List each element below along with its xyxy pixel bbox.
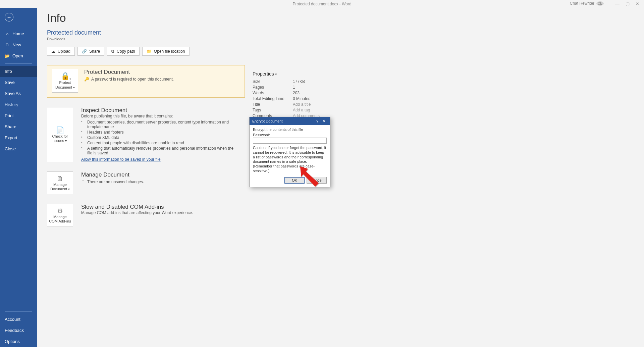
dialog-title: Encrypt Document — [252, 119, 282, 123]
property-key: Words — [253, 91, 293, 95]
list-item: Headers and footers — [81, 130, 235, 135]
property-row: TitleAdd a title — [253, 102, 353, 107]
dialog-close-icon[interactable]: ✕ — [320, 119, 327, 123]
property-row: Pages1 — [253, 85, 353, 90]
nav-save-label: Save — [5, 80, 15, 85]
user-box[interactable]: Chat Rewriter CB — [570, 1, 604, 6]
nav-open-label: Open — [12, 53, 23, 58]
minimize-icon[interactable]: — — [615, 1, 620, 6]
share-button[interactable]: 🔗Share — [77, 47, 104, 56]
inspect-list: Document properties, document server pro… — [81, 120, 235, 155]
list-item: A setting that automatically removes pro… — [81, 146, 235, 155]
nav-close[interactable]: Close — [0, 143, 37, 154]
doc-icon: 🗋 — [81, 180, 85, 184]
dialog-help-icon[interactable]: ? — [314, 119, 320, 123]
inspect-title: Inspect Document — [81, 107, 235, 114]
check-issues-button[interactable]: 📄 Check for Issues — [47, 107, 73, 162]
protect-btn-label: Protect Document — [54, 81, 76, 89]
property-value[interactable]: Add a title — [293, 102, 311, 107]
property-key: Size — [253, 79, 293, 84]
property-row: Words203 — [253, 91, 353, 95]
nav-close-label: Close — [5, 146, 16, 151]
nav-save[interactable]: Save — [0, 77, 37, 88]
folder-icon: 📁 — [147, 49, 152, 54]
cancel-button[interactable]: Cancel — [307, 177, 327, 184]
encrypt-document-dialog: Encrypt Document ? ✕ Encrypt the content… — [249, 117, 330, 187]
protect-document-button[interactable]: 🔒 Protect Document — [52, 69, 78, 93]
password-label: Password: — [253, 133, 327, 137]
nav-print[interactable]: Print — [0, 110, 37, 121]
nav-home-label: Home — [12, 31, 24, 36]
key-icon: 🔑 — [84, 77, 89, 82]
manage-btn-label: Manage Document — [49, 183, 71, 191]
upload-icon: ☁ — [51, 49, 55, 54]
nav-home[interactable]: ⌂Home — [0, 28, 37, 39]
nav-share[interactable]: Share — [0, 121, 37, 132]
nav-account[interactable]: Account — [0, 314, 37, 325]
link-icon: ⧉ — [111, 49, 114, 54]
nav-history-label: History — [5, 102, 18, 107]
password-input[interactable] — [253, 138, 327, 144]
upload-label: Upload — [58, 49, 70, 54]
nav-saveas-label: Save As — [5, 91, 21, 96]
lock-icon: 🔒 — [61, 72, 70, 81]
ok-button[interactable]: OK — [284, 177, 305, 184]
list-item: Content that people with disabilities ar… — [81, 141, 235, 145]
protect-title: Protect Document — [84, 69, 174, 76]
home-icon: ⌂ — [5, 31, 10, 36]
addins-msg: Manage COM add-ins that are affecting yo… — [81, 210, 193, 215]
backstage-sidebar: ← ⌂Home 🗋New 📂Open Info Save Save As His… — [0, 8, 37, 347]
maximize-icon[interactable]: ▢ — [626, 1, 630, 6]
nav-info-label: Info — [5, 69, 12, 74]
manage-document-button[interactable]: 🗎 Manage Document — [47, 171, 73, 194]
nav-info[interactable]: Info — [0, 66, 37, 77]
property-key: Title — [253, 102, 293, 107]
property-key: Pages — [253, 85, 293, 90]
property-value: 0 Minutes — [293, 96, 310, 101]
addins-icon: ⚙ — [57, 207, 63, 215]
copy-path-label: Copy path — [117, 49, 135, 54]
copy-path-button[interactable]: ⧉Copy path — [107, 47, 140, 56]
property-row: Total Editing Time0 Minutes — [253, 96, 353, 101]
manage-com-addins-button[interactable]: ⚙ Manage COM Add-ins — [47, 204, 73, 227]
back-button[interactable]: ← — [0, 8, 37, 28]
upload-button[interactable]: ☁Upload — [47, 47, 75, 56]
inspect-intro: Before publishing this file, be aware th… — [81, 114, 235, 118]
dialog-warning-1: Caution: If you lose or forget the passw… — [253, 146, 326, 163]
nav-new-label: New — [12, 42, 21, 47]
nav-feedback-label: Feedback — [5, 328, 24, 333]
list-item: Document properties, document server pro… — [81, 120, 235, 129]
nav-history[interactable]: History — [0, 99, 37, 110]
property-row: TagsAdd a tag — [253, 108, 353, 112]
list-item: Custom XML data — [81, 135, 235, 140]
nav-feedback[interactable]: Feedback — [0, 325, 37, 336]
dialog-warning-2: (Remember that passwords are case-sensit… — [253, 164, 315, 173]
property-key: Tags — [253, 108, 293, 112]
allow-info-link[interactable]: Allow this information to be saved in yo… — [81, 157, 161, 162]
page-title: Info — [47, 11, 634, 24]
nav-account-label: Account — [5, 317, 20, 322]
open-file-location-button[interactable]: 📁Open file location — [142, 47, 190, 56]
manage-icon: 🗎 — [57, 175, 63, 183]
new-icon: 🗋 — [5, 42, 10, 47]
nav-new[interactable]: 🗋New — [0, 39, 37, 50]
share-label: Share — [89, 49, 100, 54]
window-title: Protected document.docx - Word — [292, 2, 351, 6]
document-path: Downloads — [47, 37, 634, 41]
properties-heading[interactable]: Properties — [253, 71, 353, 77]
protect-panel: 🔒 Protect Document Protect Document 🔑A p… — [47, 65, 245, 98]
check-issues-label: Check for Issues — [49, 134, 71, 143]
manage-title: Manage Document — [81, 171, 144, 178]
addins-btn-label: Manage COM Add-ins — [49, 215, 71, 224]
manage-msg: There are no unsaved changes. — [87, 180, 144, 184]
user-badge: CB — [596, 1, 604, 6]
property-row: Size177KB — [253, 79, 353, 84]
nav-open[interactable]: 📂Open — [0, 50, 37, 61]
nav-options[interactable]: Options — [0, 336, 37, 347]
nav-export[interactable]: Export — [0, 132, 37, 143]
open-icon: 📂 — [5, 53, 10, 58]
nav-saveas[interactable]: Save As — [0, 88, 37, 99]
property-value[interactable]: Add a tag — [293, 108, 310, 112]
property-value: 1 — [293, 85, 295, 90]
close-icon[interactable]: ✕ — [636, 1, 639, 6]
